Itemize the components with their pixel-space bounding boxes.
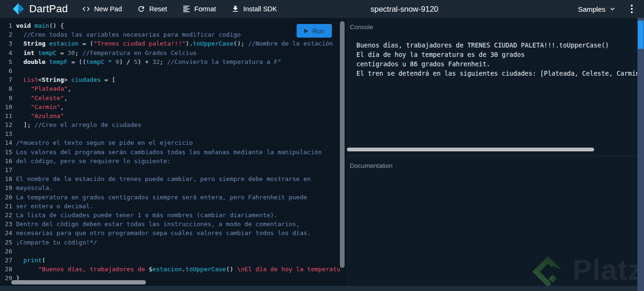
- line-number: 1: [0, 21, 16, 30]
- code-icon: [82, 5, 90, 13]
- code-editor-lines: 1void main() {2 //Creo todas las variabl…: [0, 21, 340, 283]
- line-number: 26: [0, 247, 16, 256]
- console-panel: Console Buenos días, trabajadores de TRE…: [346, 18, 637, 156]
- footer-bar: [0, 286, 637, 291]
- code-line: 21ser entera o decimal.: [0, 202, 340, 211]
- new-pad-label: New Pad: [94, 5, 122, 13]
- header-nav: New Pad Reset Format Install SDK: [82, 5, 277, 13]
- code-line: 20La temperatura en grados centígrados s…: [0, 193, 340, 202]
- line-number: 14: [0, 138, 16, 147]
- code-text: "Azulona": [16, 111, 64, 120]
- documentation-title: Documentation: [346, 157, 637, 169]
- console-line: Buenos días, trabajadores de TRENES CIUD…: [356, 40, 637, 50]
- line-number: 9: [0, 94, 16, 102]
- code-line: 5 double tempF = ((tempC * 9) / 5) + 32;…: [0, 57, 340, 66]
- code-text: void main() {: [16, 21, 64, 30]
- dart-logo-icon: [12, 3, 24, 15]
- line-number: 5: [0, 57, 16, 66]
- code-line: 2 //Creo todas las variables necesarias …: [0, 30, 340, 39]
- console-horizontal-scrollbar[interactable]: [347, 148, 594, 151]
- code-line: 19mayúscula.: [0, 183, 340, 192]
- code-text: ¡Comparte tu código!*/: [16, 238, 97, 247]
- code-line: 8 "Plateada",: [0, 84, 340, 93]
- line-number: 16: [0, 157, 16, 165]
- code-text: ser entera o decimal.: [16, 202, 93, 211]
- editor-horizontal-scrollbar[interactable]: [11, 280, 146, 284]
- refresh-icon: [137, 5, 145, 13]
- dartpad-window: DartPad New Pad Reset Format: [0, 0, 644, 291]
- download-icon: [231, 5, 240, 13]
- code-line: 28 "Buenos días, trabajadores de $estaci…: [0, 265, 340, 274]
- code-text: necesarias para que otro programador sep…: [16, 228, 311, 237]
- reset-button[interactable]: Reset: [137, 5, 167, 13]
- line-number: 6: [0, 66, 16, 75]
- dartpad-brand: DartPad: [12, 3, 68, 15]
- code-line: 9 "Celeste",: [0, 94, 340, 102]
- console-title: Console: [346, 18, 637, 31]
- code-line: 23Dentro del código deben estar todas la…: [0, 220, 340, 228]
- line-number: 15: [0, 148, 16, 157]
- line-number: 21: [0, 202, 16, 211]
- code-text: "Celeste",: [16, 94, 68, 102]
- line-number: 27: [0, 256, 16, 265]
- line-number: 25: [0, 238, 16, 247]
- line-number: 11: [0, 111, 16, 120]
- line-number: 20: [0, 193, 16, 202]
- code-line: 24necesarias para que otro programador s…: [0, 228, 340, 237]
- code-line: 7 List<String> ciudades = [: [0, 75, 340, 84]
- code-editor[interactable]: 1void main() {2 //Creo todas las variabl…: [0, 18, 346, 286]
- code-line: 12 ]; //Creo el arreglo de ciudades: [0, 120, 340, 129]
- line-number: 7: [0, 75, 16, 84]
- platzi-logo-icon: [531, 255, 565, 289]
- code-line: 26: [0, 247, 340, 256]
- line-number: 19: [0, 183, 16, 192]
- samples-label: Samples: [578, 5, 605, 13]
- code-text: String estacion = ("Trenes ciudad paleta…: [16, 39, 333, 48]
- header-bar: DartPad New Pad Reset Format: [0, 0, 644, 18]
- code-text: del código, pero se requiere lo siguient…: [16, 157, 171, 165]
- code-line: 14/*muestro el texto segun se pide en el…: [0, 138, 340, 147]
- code-line: 22La lista de ciudades puede tener 1 o m…: [0, 211, 340, 220]
- code-line: 18El nombre de la estación de trenes pue…: [0, 174, 340, 183]
- code-line: 15Los valores del programa serán cambiad…: [0, 148, 340, 157]
- platzi-watermark-text: Platzi: [572, 253, 637, 286]
- install-sdk-button[interactable]: Install SDK: [231, 5, 277, 13]
- code-text: Dentro del código deben estar todas las …: [16, 220, 300, 228]
- code-line: 1void main() {: [0, 21, 340, 30]
- code-line: 17: [0, 165, 340, 174]
- format-label: Format: [194, 5, 216, 13]
- code-text: El nombre de la estación de trenes puede…: [16, 174, 311, 183]
- format-button[interactable]: Format: [182, 5, 216, 13]
- header-right: Samples: [578, 0, 635, 18]
- overflow-menu-button[interactable]: [629, 3, 635, 15]
- play-icon: [304, 29, 308, 33]
- line-number: 10: [0, 102, 16, 111]
- run-label: Run: [313, 27, 325, 35]
- code-line: 4 int tempC = 30; //Temperatura en Grado…: [0, 48, 340, 57]
- line-number: 12: [0, 120, 16, 129]
- line-number: 28: [0, 265, 16, 274]
- code-text: ]; //Creo el arreglo de ciudades: [16, 120, 141, 129]
- page-vertical-scrollbar[interactable]: [637, 18, 644, 291]
- line-number: 3: [0, 39, 16, 48]
- line-number: 23: [0, 220, 16, 228]
- editor-vertical-scrollbar[interactable]: [340, 21, 345, 268]
- pad-name[interactable]: spectral-snow-9120: [370, 5, 438, 14]
- line-number: 22: [0, 211, 16, 220]
- platzi-watermark: Platzi: [531, 255, 637, 289]
- samples-dropdown[interactable]: Samples: [578, 5, 617, 13]
- line-number: 4: [0, 48, 16, 57]
- new-pad-button[interactable]: New Pad: [82, 5, 122, 13]
- code-text: "Carmín",: [16, 102, 64, 111]
- code-text: "Buenos días, trabajadores de $estacion.…: [16, 265, 340, 274]
- right-panels: Console Buenos días, trabajadores de TRE…: [346, 18, 637, 291]
- code-text: print(: [16, 256, 46, 265]
- page-scrollbar-thumb[interactable]: [638, 21, 644, 49]
- code-text: mayúscula.: [16, 183, 53, 192]
- reset-label: Reset: [149, 5, 167, 13]
- code-text: "Plateada",: [16, 84, 71, 93]
- console-line: El tren se detendrá en las siguientes ci…: [356, 69, 637, 78]
- run-button[interactable]: Run: [297, 24, 332, 38]
- code-text: List<String> ciudades = [: [16, 75, 115, 84]
- code-text: //Creo todas las variables necesarias pa…: [16, 30, 241, 39]
